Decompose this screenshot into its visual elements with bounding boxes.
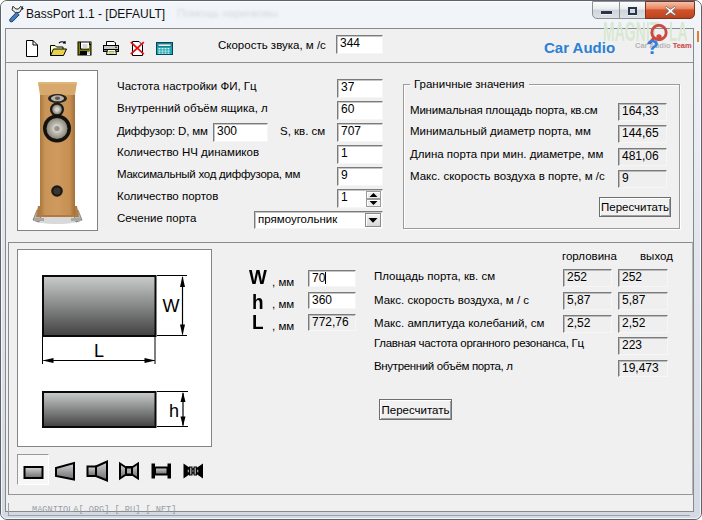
svg-text:W: W bbox=[163, 296, 180, 316]
svg-text:L: L bbox=[94, 341, 104, 361]
svg-text:h: h bbox=[169, 401, 179, 421]
